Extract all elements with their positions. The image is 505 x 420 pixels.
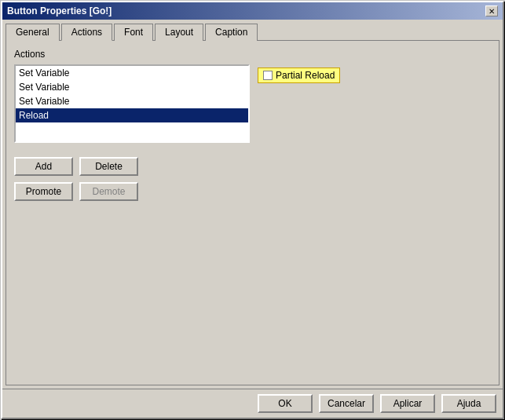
ok-button[interactable]: OK xyxy=(258,394,313,413)
actions-section-label: Actions xyxy=(14,49,491,60)
actions-list-container: Set Variable Set Variable Set Variable R… xyxy=(14,64,250,143)
tab-layout[interactable]: Layout xyxy=(155,24,203,41)
title-bar: Button Properties [Go!] ✕ xyxy=(2,2,503,20)
close-button[interactable]: ✕ xyxy=(485,5,498,16)
list-item-empty xyxy=(16,122,248,138)
add-delete-row: Add Delete xyxy=(14,157,491,176)
tab-font[interactable]: Font xyxy=(114,24,153,41)
window-title: Button Properties [Go!] xyxy=(7,5,112,16)
tab-general[interactable]: General xyxy=(5,24,60,41)
demote-button[interactable]: Demote xyxy=(79,182,138,201)
apply-button[interactable]: Aplicar xyxy=(380,394,435,413)
actions-list[interactable]: Set Variable Set Variable Set Variable R… xyxy=(14,64,250,143)
list-item[interactable]: Set Variable xyxy=(16,94,248,108)
promote-demote-row: Promote Demote xyxy=(14,182,491,201)
partial-reload-area: Partial Reload xyxy=(258,64,340,143)
footer: OK Cancelar Aplicar Ajuda xyxy=(2,389,503,418)
tab-content-actions: Actions Set Variable Set Variable Set Va… xyxy=(5,40,500,385)
actions-area: Set Variable Set Variable Set Variable R… xyxy=(14,64,491,143)
delete-button[interactable]: Delete xyxy=(79,157,138,176)
help-button[interactable]: Ajuda xyxy=(441,394,496,413)
tab-actions[interactable]: Actions xyxy=(61,24,112,41)
tab-caption[interactable]: Caption xyxy=(205,24,258,41)
promote-button[interactable]: Promote xyxy=(14,182,73,201)
cancel-button[interactable]: Cancelar xyxy=(319,394,374,413)
partial-reload-label: Partial Reload xyxy=(276,70,335,81)
partial-reload-container: Partial Reload xyxy=(258,68,340,83)
list-item-selected[interactable]: Reload xyxy=(16,108,248,122)
add-button[interactable]: Add xyxy=(14,157,73,176)
main-window: Button Properties [Go!] ✕ General Action… xyxy=(1,1,504,419)
partial-reload-checkbox[interactable] xyxy=(263,71,273,80)
tab-bar: General Actions Font Layout Caption xyxy=(2,20,503,40)
list-item[interactable]: Set Variable xyxy=(16,80,248,94)
list-item[interactable]: Set Variable xyxy=(16,66,248,80)
